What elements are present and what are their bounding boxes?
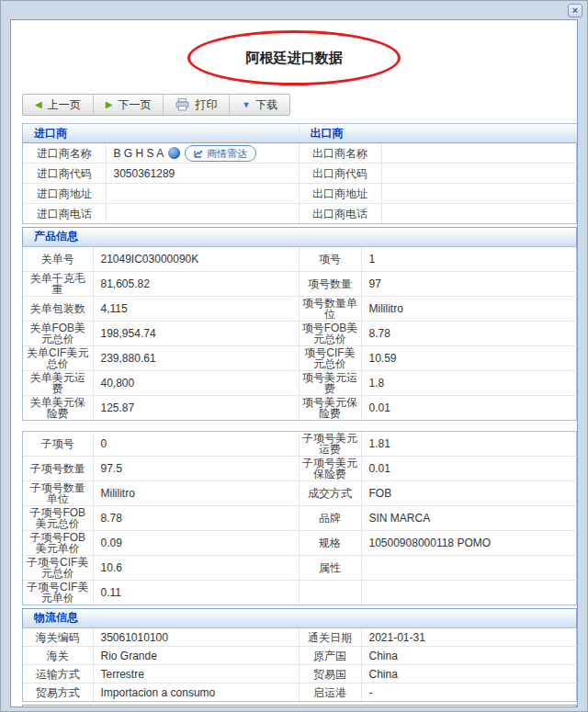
field-label: 原产国 [299, 647, 361, 665]
prev-page-button[interactable]: ◀ 上一页 [23, 95, 94, 115]
field-value: 0 [93, 432, 299, 457]
importer-name-cell: B G H S A 商情雷达 [106, 143, 299, 164]
field-label: 项号数量 [299, 272, 361, 297]
section-header-logistics: 物流信息 [22, 608, 577, 627]
importer-header: 进口商 [23, 124, 299, 143]
field-label: 项号美元运费 [299, 371, 361, 396]
field-label [299, 581, 361, 605]
field-label: 出口商电话 [299, 204, 381, 224]
field-value: 97.5 [93, 457, 299, 481]
field-label: 子项号数量 [23, 457, 93, 481]
field-label: 子项号FOB美元单价 [23, 531, 93, 556]
field-label: 子项号数量单位 [23, 481, 93, 506]
field-label: 贸易方式 [23, 684, 93, 702]
section-header-description: 描述 [22, 705, 577, 707]
field-value: 125.87 [93, 396, 299, 421]
field-value: 2021-01-31 [361, 628, 578, 647]
close-icon: × [572, 5, 578, 16]
field-value: 239,880.61 [93, 346, 299, 371]
table-row: 关单FOB美元总价 198,954.74 项号FOB美元总价 8.78 [23, 322, 578, 346]
product-table-block1: 关单号 21049IC03000090K 项号 1 关单千克毛重 81,605.… [22, 246, 577, 421]
print-button[interactable]: 打印 [164, 95, 230, 115]
field-label: 出口商代码 [299, 164, 381, 184]
table-row: 贸易方式 Importacion a consumo 启运港 - [23, 684, 578, 702]
table-row: 进口商名称 B G H S A [23, 143, 578, 164]
print-label: 打印 [195, 97, 217, 113]
field-label: 项号数量单位 [299, 297, 361, 322]
importer-exporter-table: 进口商 出口商 进口商名称 B G H S A [22, 123, 577, 224]
field-label: 海关编码 [23, 628, 93, 647]
field-value: 8.78 [361, 322, 578, 346]
table-header-row: 进口商 出口商 [23, 124, 578, 143]
field-label: 成交方式 [299, 481, 361, 506]
window-titlebar[interactable]: × [1, 1, 587, 19]
field-label: 出口商地址 [299, 184, 381, 204]
field-value: 35061010100 [93, 628, 299, 647]
field-value [106, 204, 299, 224]
field-value: FOB [361, 481, 578, 506]
download-button[interactable]: ▼ 下载 [230, 95, 289, 115]
toolbar: ◀ 上一页 ▶ 下一页 打印 ▼ 下载 [22, 94, 290, 116]
field-value: China [361, 665, 578, 684]
field-label: 海关 [23, 647, 93, 665]
table-row: 关单包装数 4,115 项号数量单位 Mililitro [23, 297, 578, 322]
field-value [381, 164, 578, 184]
table-row: 海关 Rio Grande 原产国 China [23, 647, 578, 665]
product-table-block2: 子项号 0 子项号美元运费 1.81 子项号数量 97.5 子项号美元保险费 0… [22, 431, 577, 605]
dialog-window: × 阿根廷进口数据 ◀ 上一页 ▶ 下一页 [0, 0, 588, 712]
field-value: 198,954.74 [93, 322, 299, 346]
field-value: Terrestre [93, 665, 299, 684]
field-value: 3050361289 [106, 164, 299, 184]
field-label: 进口商名称 [23, 143, 106, 164]
field-label: 关单CIF美元总价 [23, 346, 93, 371]
business-radar-button[interactable]: 商情雷达 [185, 145, 256, 162]
table-row: 子项号CIF美元总价 10.6 属性 [23, 556, 578, 581]
table-row: 子项号数量 97.5 子项号美元保险费 0.01 [23, 457, 578, 481]
importer-name: B G H S A [114, 148, 164, 159]
next-page-label: 下一页 [118, 97, 151, 113]
field-value [361, 581, 578, 605]
exporter-header: 出口商 [299, 124, 578, 143]
field-value: Mililitro [93, 481, 299, 506]
field-label: 通关日期 [299, 628, 361, 647]
table-row: 关单美元运费 40,800 项号美元运费 1.8 [23, 371, 578, 396]
table-row: 子项号FOB美元单价 0.09 规格 10500908000118 POMO [23, 531, 578, 556]
field-label: 项号美元保险费 [299, 396, 361, 421]
field-label: 出口商名称 [299, 143, 381, 164]
arrow-down-icon: ▼ [242, 100, 250, 109]
table-row: 关单CIF美元总价 239,880.61 项号CIF美元总价 10.59 [23, 346, 578, 371]
table-row: 关单千克毛重 81,605.82 项号数量 97 [23, 272, 578, 297]
next-page-button[interactable]: ▶ 下一页 [94, 95, 164, 115]
field-value: 0.11 [93, 581, 299, 605]
field-value [381, 143, 578, 164]
field-label: 关单千克毛重 [23, 272, 93, 297]
field-value [381, 184, 578, 204]
field-value: 1.81 [361, 432, 578, 457]
field-label: 进口商地址 [23, 184, 106, 204]
printer-icon [175, 98, 189, 111]
table-row: 进口商地址 出口商地址 [23, 184, 578, 204]
globe-icon[interactable] [168, 147, 180, 159]
field-value: Mililitro [361, 297, 578, 322]
table-row: 关单美元保险费 125.87 项号美元保险费 0.01 [23, 396, 578, 421]
field-label: 项号CIF美元总价 [299, 346, 361, 371]
arrow-left-icon: ◀ [35, 100, 42, 109]
field-value: 21049IC03000090K [93, 247, 299, 272]
red-ellipse-annotation [187, 30, 401, 85]
field-label: 关单包装数 [23, 297, 93, 322]
field-label: 子项号CIF美元单价 [23, 581, 93, 605]
field-value: China [361, 647, 578, 665]
logistics-table: 海关编码 35061010100 通关日期 2021-01-31 海关 Rio … [22, 627, 577, 702]
close-button[interactable]: × [568, 4, 582, 17]
field-label: 子项号美元运费 [299, 432, 361, 457]
field-label: 进口商代码 [23, 164, 106, 184]
field-label: 项号 [299, 247, 361, 272]
field-value [381, 204, 578, 224]
field-value: Importacion a consumo [93, 684, 299, 702]
field-label: 进口商电话 [23, 204, 106, 224]
field-value [106, 184, 299, 204]
field-value: 81,605.82 [93, 272, 299, 297]
field-value: SIN MARCA [361, 506, 578, 531]
field-label: 项号FOB美元总价 [299, 322, 361, 346]
prev-page-label: 上一页 [48, 97, 81, 113]
